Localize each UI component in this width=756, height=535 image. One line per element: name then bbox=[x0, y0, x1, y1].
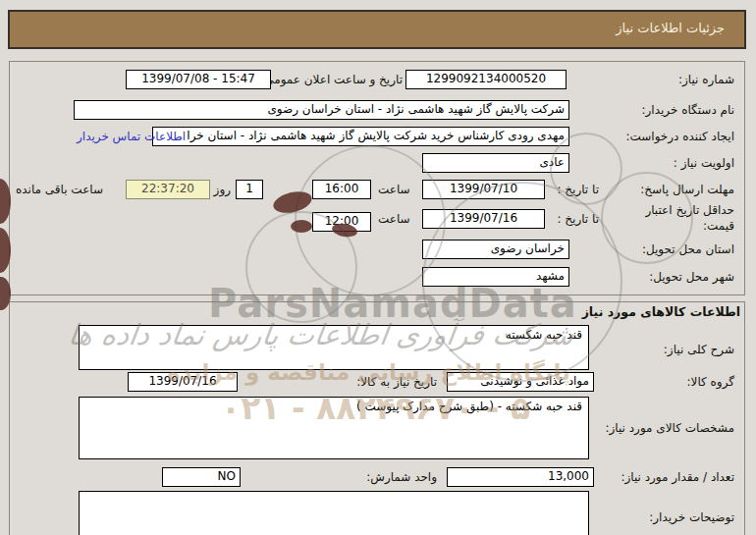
specs-textarea[interactable]: قند حبه شکسته - (طبق شرح مدارک پیوست ) bbox=[79, 397, 589, 459]
unit-label: واحد شمارش: bbox=[366, 470, 437, 484]
request-creator-input[interactable]: مهدی رودی کارشناس خرید شرکت پالایش گاز ش… bbox=[152, 127, 569, 146]
delivery-city-input[interactable]: مشهد bbox=[422, 267, 569, 287]
announce-datetime-input[interactable]: 1399/07/08 - 15:47 bbox=[126, 70, 271, 89]
announce-datetime-label: تاریخ و ساعت اعلان عمومی: bbox=[260, 73, 403, 86]
need-details-page: جزئیات اطلاعات نیاز شماره نیاز: 12990921… bbox=[0, 0, 756, 535]
buyer-contact-link[interactable]: اطلاعات تماس خریدار bbox=[77, 130, 186, 143]
hours-remaining-label: ساعت باقی مانده bbox=[16, 183, 103, 196]
request-creator-label: ایجاد کننده درخواست: bbox=[625, 130, 734, 143]
need-date-input[interactable]: 1399/07/16 bbox=[128, 372, 238, 392]
general-desc-textarea[interactable]: قند حبه شکسته bbox=[79, 325, 589, 370]
quantity-input[interactable]: 13,000 bbox=[447, 467, 594, 487]
remaining-days-input[interactable]: 1 bbox=[236, 180, 263, 199]
delivery-province-input[interactable]: خراسان رضوی bbox=[422, 240, 569, 259]
reply-hour-label: ساعت bbox=[378, 183, 410, 196]
buyer-notes-label: توضیحات خریدار: bbox=[649, 510, 734, 524]
reply-date-input[interactable]: 1399/07/10 bbox=[422, 180, 545, 199]
price-until-date-label: تا تاریخ : bbox=[557, 212, 599, 226]
reply-time-input[interactable]: 16:00 bbox=[312, 180, 371, 199]
goods-group-label: گروه کالا: bbox=[687, 375, 735, 389]
goods-section-title: اطلاعات کالاهای مورد نیاز bbox=[582, 304, 740, 319]
goods-group-input[interactable]: مواد غذائی و نوشیدنی bbox=[447, 372, 594, 392]
unit-input[interactable]: NO bbox=[162, 467, 241, 487]
priority-input[interactable]: عادی bbox=[422, 153, 569, 173]
buyer-org-input[interactable]: شرکت پالایش گاز شهید هاشمی نژاد - استان … bbox=[74, 100, 569, 120]
quantity-label: تعداد / مقدار مورد نیاز: bbox=[621, 470, 734, 484]
specs-label: مشخصات کالای مورد نیاز: bbox=[605, 421, 734, 435]
need-number-input[interactable]: 1299092134000520 bbox=[405, 70, 567, 89]
buyer-org-label: نام دستگاه خریدار: bbox=[642, 103, 735, 117]
price-date-input[interactable]: 1399/07/16 bbox=[422, 209, 545, 229]
details-header-bar: جزئیات اطلاعات نیاز bbox=[8, 10, 746, 49]
price-time-input[interactable]: 12:00 bbox=[312, 212, 371, 232]
price-validity-label-line2: قیمت: bbox=[703, 219, 734, 233]
reply-deadline-label: مهلت ارسال پاسخ: bbox=[640, 183, 734, 196]
need-number-label: شماره نیاز: bbox=[678, 73, 734, 86]
need-date-label: تاریخ نیاز به کالا: bbox=[356, 375, 437, 389]
buyer-notes-textarea[interactable] bbox=[79, 491, 589, 535]
page-title: جزئیات اطلاعات نیاز bbox=[616, 21, 725, 35]
need-info-panel bbox=[9, 61, 745, 295]
price-hour-label: ساعت bbox=[378, 212, 410, 226]
delivery-province-label: استان محل تحویل: bbox=[642, 242, 734, 256]
reply-until-date-label: تا تاریخ : bbox=[557, 183, 599, 196]
priority-label: اولویت نیاز : bbox=[674, 156, 734, 170]
delivery-city-label: شهر محل تحویل: bbox=[649, 270, 734, 284]
countdown-timer: 22:37:20 bbox=[126, 180, 210, 199]
price-validity-label-line1: حداقل تاریخ اعتبار bbox=[645, 203, 734, 217]
general-desc-label: شرح کلی نیاز: bbox=[664, 343, 734, 356]
